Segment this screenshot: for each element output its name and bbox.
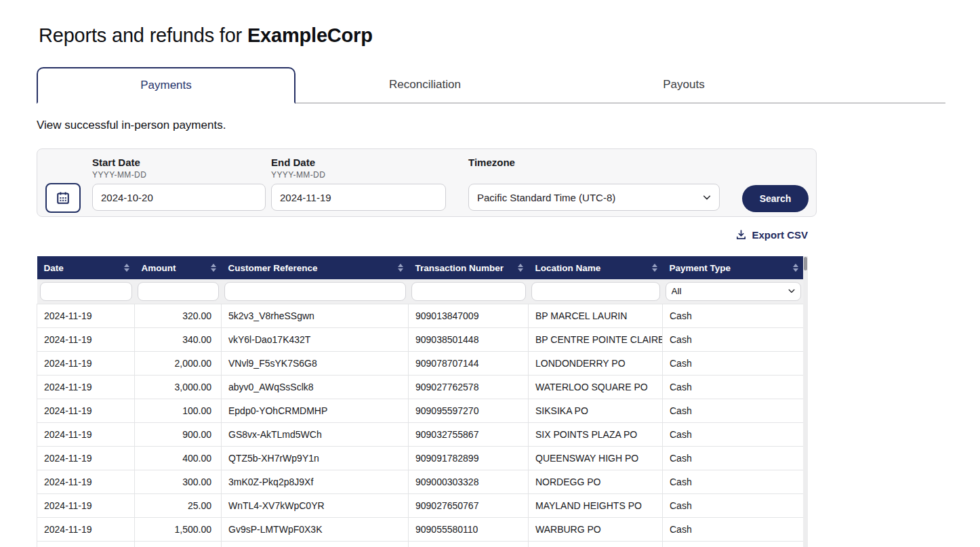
sort-icon [518,264,523,272]
scrollbar-thumb[interactable] [804,257,807,270]
location-name-filter-input[interactable] [531,282,660,301]
tab-payouts[interactable]: Payouts [554,67,813,102]
cell-customer-reference: WnTL4-XV7kWpC0YR [222,493,409,517]
cell-date: 2024-11-19 [37,351,135,375]
cell-location-name: NORDEGG PO [529,470,663,493]
timezone-label: Timezone [468,157,515,168]
cell-transaction-number: 909032755867 [409,422,529,446]
cell-date: 2024-11-19 [37,493,135,517]
cell-customer-reference: QTZ5b-XH7rWp9Y1n [222,446,409,470]
column-header-payment-type[interactable]: Payment Type [663,256,804,279]
cell-transaction-number [409,541,529,547]
page-title: Reports and refunds for ExampleCorp [39,24,980,47]
cell-date: 2024-11-19 [37,327,135,351]
cell-customer-reference: 5k2v3_V8rheSSgwn [222,304,409,327]
cell-amount: 400.00 [135,446,222,470]
tab-payments[interactable]: Payments [37,67,295,104]
cell-amount: 300.00 [135,470,222,493]
payment-type-filter-select[interactable]: All [666,282,801,301]
start-date-input[interactable] [92,184,266,211]
table-row [37,541,804,547]
tab-bar: Payments Reconciliation Payouts [37,67,945,104]
column-label: Transaction Number [415,263,504,273]
tab-reconciliation-label: Reconciliation [389,78,461,92]
cell-transaction-number: 909038501448 [409,327,529,351]
cell-location-name: SIX POINTS PLAZA PO [529,422,663,446]
filter-panel: Start Date YYYY-MM-DD End Date YYYY-MM-D… [37,148,817,217]
cell-date: 2024-11-19 [37,422,135,446]
page-title-prefix: Reports and refunds for [39,24,247,46]
column-label: Payment Type [670,263,731,273]
amount-filter-input[interactable] [138,282,219,301]
column-header-transaction-number[interactable]: Transaction Number [409,256,529,279]
cell-date: 2024-11-19 [37,399,135,422]
end-date-label: End Date [271,157,315,168]
start-date-format-hint: YYYY-MM-DD [92,170,146,180]
cell-payment-type: Cash [663,493,804,517]
cell-payment-type: Cash [663,517,804,541]
date-filter-input[interactable] [40,282,132,301]
table-row: 2024-11-1925.00WnTL4-XV7kWpC0YR909027650… [37,493,804,517]
cell-amount: 900.00 [135,422,222,446]
column-label: Customer Reference [228,263,318,273]
download-icon [735,229,747,241]
cell-location-name: WARBURG PO [529,517,663,541]
cell-location-name: BP CENTRE POINTE CLAIRE [529,327,663,351]
page-subtitle: View successful in-person payments. [37,119,980,132]
table-row: 2024-11-19400.00QTZ5b-XH7rWp9Y1n90909178… [37,446,804,470]
cell-amount: 2,000.00 [135,351,222,375]
table-row: 2024-11-193,000.00abyv0_AWqSsSclk8909027… [37,375,804,399]
table-header: Date Amount Customer Reference Transacti… [37,256,804,304]
cell-transaction-number: 909078707144 [409,351,529,375]
cell-customer-reference: Gv9sP-LMTWpF0X3K [222,517,409,541]
column-label: Amount [142,263,176,273]
cell-amount: 1,500.00 [135,517,222,541]
cell-payment-type: Cash [663,304,804,327]
cell-customer-reference: Epdp0-YOhCRMDMHP [222,399,409,422]
transaction-number-filter-input[interactable] [411,282,526,301]
export-csv-link[interactable]: Export CSV [735,229,808,241]
cell-date: 2024-11-19 [37,375,135,399]
export-csv-label: Export CSV [752,229,808,241]
cell-amount: 100.00 [135,399,222,422]
search-button[interactable]: Search [742,185,809,212]
cell-payment-type: Cash [663,351,804,375]
table-body: 2024-11-19320.005k2v3_V8rheSSgwn90901384… [37,304,804,547]
calendar-picker-button[interactable] [45,183,81,213]
cell-customer-reference: VNvl9_F5sYK7S6G8 [222,351,409,375]
cell-transaction-number: 909027650767 [409,493,529,517]
column-label: Date [44,263,64,273]
cell-amount: 3,000.00 [135,375,222,399]
column-header-customer-reference[interactable]: Customer Reference [222,256,409,279]
column-header-date[interactable]: Date [37,256,135,279]
payments-table: Date Amount Customer Reference Transacti… [37,256,808,547]
table-scrollbar[interactable] [803,256,808,547]
start-date-label: Start Date [92,157,140,168]
timezone-select[interactable]: Pacific Standard Time (UTC-8) [468,184,720,211]
column-header-location-name[interactable]: Location Name [529,256,663,279]
cell-transaction-number: 909095597270 [409,399,529,422]
cell-transaction-number: 909055580110 [409,517,529,541]
cell-transaction-number: 909000303328 [409,470,529,493]
end-date-format-hint: YYYY-MM-DD [271,170,325,180]
cell-payment-type [663,541,804,547]
cell-payment-type: Cash [663,422,804,446]
cell-transaction-number: 909027762578 [409,375,529,399]
cell-date: 2024-11-19 [37,517,135,541]
cell-amount: 320.00 [135,304,222,327]
cell-location-name: SIKSIKA PO [529,399,663,422]
cell-payment-type: Cash [663,399,804,422]
cell-amount [135,541,222,547]
sort-icon [398,264,403,272]
cell-customer-reference: 3mK0Z-Pkq2p8J9Xf [222,470,409,493]
end-date-input[interactable] [271,184,446,211]
sort-icon [652,264,657,272]
column-header-amount[interactable]: Amount [135,256,222,279]
cell-location-name: LONDONDERRY PO [529,351,663,375]
tab-reconciliation[interactable]: Reconciliation [295,67,554,102]
customer-reference-filter-input[interactable] [224,282,406,301]
cell-payment-type: Cash [663,446,804,470]
cell-customer-reference [222,541,409,547]
cell-location-name: WATERLOO SQUARE PO [529,375,663,399]
calendar-icon [56,190,70,205]
